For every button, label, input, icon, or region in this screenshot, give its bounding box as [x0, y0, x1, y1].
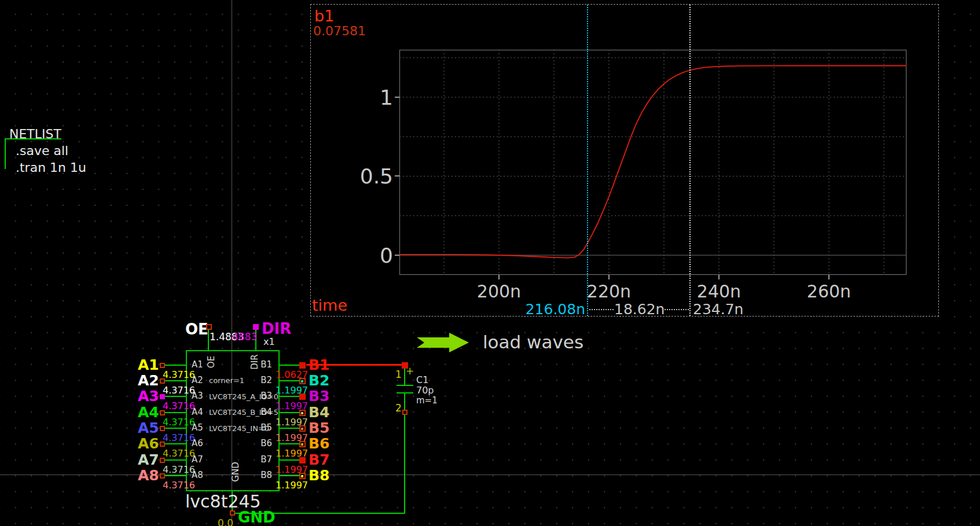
wire-A5	[164, 428, 186, 429]
wire-B3	[280, 396, 300, 397]
net-label-A3[interactable]: A3	[138, 389, 155, 403]
net-label-OE[interactable]: OE	[185, 322, 208, 337]
symbol-pinname-B8: B8	[248, 471, 272, 480]
pin-dot-B5	[301, 428, 303, 430]
wire-B4	[280, 412, 300, 413]
wire-B7	[280, 459, 300, 461]
net-label-B4[interactable]: B4	[309, 405, 329, 420]
instance-name: x1	[263, 337, 275, 347]
net-value-A2: 4.3716	[163, 386, 195, 395]
xtick-240n: 240n	[690, 283, 748, 300]
symbol-pinname-B1: B1	[248, 361, 272, 369]
pin-square-A7[interactable]	[160, 458, 165, 463]
pin-square-A6[interactable]	[160, 442, 165, 447]
cap-pin2-number: 2	[395, 403, 402, 413]
ytick-0: 0	[348, 245, 393, 266]
xschem-canvas[interactable]: NETLIST .save all .tran 1n 1u b1 0.07581…	[0, 0, 980, 526]
load-waves-label[interactable]: load waves	[483, 333, 583, 351]
net-value-A4: 4.3716	[163, 418, 195, 427]
xtick-260n: 260n	[800, 283, 858, 300]
net-label-A7[interactable]: A7	[138, 453, 155, 467]
net-label-B3[interactable]: B3	[309, 389, 329, 403]
xtickmark-200n	[498, 275, 500, 279]
pin-square-A4[interactable]	[160, 410, 165, 415]
net-label-A6[interactable]: A6	[138, 436, 155, 451]
symbol-param-corner: corner=1	[209, 377, 244, 384]
pin-square-OE[interactable]	[206, 324, 212, 330]
xtickmark-220n	[608, 275, 610, 279]
net-value-A7: 4.3716	[163, 465, 195, 474]
net-label-A4[interactable]: A4	[138, 405, 155, 420]
pin-dot-B8	[301, 475, 303, 477]
symbol-pinname-OE-vertical: OE	[207, 352, 216, 372]
pin-square-A2[interactable]	[160, 378, 165, 384]
net-label-B2[interactable]: B2	[309, 373, 329, 388]
net-value-B8: 1.1997	[276, 481, 308, 490]
pin-square-B1[interactable]	[299, 362, 306, 369]
symbol-pinname-B4: B4	[248, 408, 272, 417]
net-value-A8: 4.3716	[163, 481, 195, 490]
net-label-B7[interactable]: B7	[309, 453, 329, 467]
pin-square-A3[interactable]	[160, 394, 165, 399]
net-label-B8[interactable]: B8	[309, 468, 329, 483]
netlist-line-tran: .tran 1n 1u	[16, 161, 86, 174]
cursor-b-value: 234.7n	[693, 302, 743, 317]
xtick-200n: 200n	[470, 283, 528, 300]
net-label-A8[interactable]: A8	[138, 468, 155, 483]
pin-square-A8[interactable]	[160, 473, 165, 479]
net-value-A1: 4.3716	[163, 370, 195, 380]
net-value-GND: 0.0	[218, 518, 233, 526]
cursor-b-line[interactable]	[689, 5, 691, 316]
wire-B1	[280, 365, 300, 366]
ytickmark-0p5	[395, 175, 399, 176]
ytick-1: 1	[348, 87, 393, 108]
cap-wire-top	[404, 369, 405, 385]
cursor-connector-left	[589, 309, 614, 310]
net-label-GND[interactable]: GND	[238, 510, 276, 525]
cap-pin2-square[interactable]	[402, 410, 408, 415]
pin-square-B7[interactable]	[299, 457, 306, 464]
graph-signal-value: 0.07581	[313, 25, 366, 38]
waveform-graph[interactable]: b1 0.07581 time 1 0.5 0 200n 220n 240n 2…	[310, 4, 939, 317]
pin-square-B3[interactable]	[299, 393, 306, 400]
pin-square-A1[interactable]	[160, 363, 165, 368]
wire-A4	[164, 412, 186, 413]
cap-plate-top	[397, 385, 413, 386]
pin-dot-B4	[301, 412, 303, 414]
symbol-name[interactable]: lvc8t245	[185, 493, 261, 510]
net-label-A5[interactable]: A5	[138, 421, 155, 435]
wire-B6	[280, 443, 300, 444]
pin-square-DIR[interactable]	[253, 324, 259, 330]
symbol-pinname-A5: A5	[192, 424, 203, 432]
symbol-pinname-GND-vertical: GND	[232, 459, 240, 485]
net-label-B6[interactable]: B6	[309, 436, 329, 451]
net-label-B1[interactable]: B1	[309, 358, 329, 372]
wire-B5	[280, 428, 300, 429]
pin-dot-B2	[301, 380, 303, 382]
net-label-DIR[interactable]: DIR	[262, 321, 291, 336]
symbol-pinname-B6: B6	[248, 439, 272, 448]
load-waves-arrow-icon[interactable]	[417, 332, 470, 353]
cursor-a-value: 216.08n	[504, 302, 585, 317]
gnd-junction-square[interactable]	[230, 510, 235, 516]
plot-area[interactable]	[399, 50, 906, 275]
symbol-pinname-A3: A3	[192, 392, 203, 400]
netlist-title: NETLIST	[9, 128, 61, 141]
cap-value: 70p	[416, 386, 434, 395]
net-label-B5[interactable]: B5	[309, 421, 329, 435]
pin-square-A5[interactable]	[160, 426, 165, 431]
symbol-pinname-B2: B2	[248, 376, 272, 385]
net-value-DIR-overlap: 4883	[232, 332, 257, 342]
wire-B8	[280, 475, 300, 476]
symbol-pinname-B5: B5	[248, 424, 272, 432]
net-label-A2[interactable]: A2	[138, 373, 155, 388]
xtick-220n: 220n	[580, 283, 638, 300]
symbol-pinname-B3: B3	[248, 392, 272, 400]
waveform-svg	[399, 50, 906, 275]
wire-A3	[164, 396, 186, 397]
net-label-A1[interactable]: A1	[138, 358, 155, 372]
netlist-bracket-v	[5, 138, 6, 169]
symbol-pinname-A8: A8	[192, 471, 203, 480]
ytickmark-0	[395, 255, 399, 256]
cursor-a-line[interactable]	[587, 5, 588, 316]
